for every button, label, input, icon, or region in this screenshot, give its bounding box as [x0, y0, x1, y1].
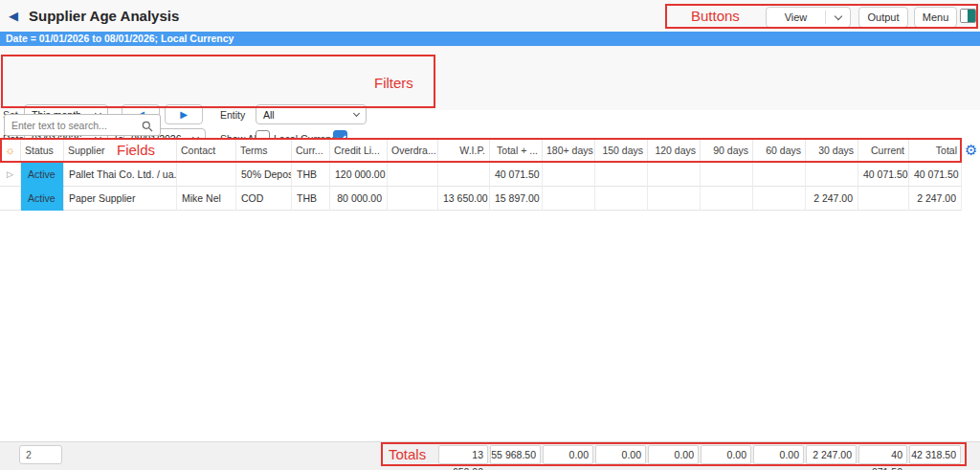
status-badge: Active — [21, 163, 64, 187]
cell-contact — [177, 163, 236, 187]
cell-180-days — [543, 163, 595, 187]
back-icon[interactable]: ◀ — [9, 9, 18, 23]
col-90-days[interactable]: 90 days — [701, 139, 753, 162]
cell-30-days — [806, 163, 858, 187]
entity-label: Entity — [220, 109, 245, 121]
cell-180-days — [543, 187, 595, 211]
col-60-days[interactable]: 60 days — [753, 139, 806, 162]
table-row[interactable]: Active Paper Supplier Mike Nel COD THB 8… — [0, 187, 962, 211]
total-current: 40 071.50 — [858, 445, 907, 464]
cell-total-plus: 15 897.00 — [490, 187, 543, 211]
sun-icon[interactable]: ☼ — [0, 139, 21, 162]
cell-current: 40 071.50 — [858, 163, 909, 187]
cell-30-days: 2 247.00 — [806, 187, 858, 211]
cell-wip: 13 650.00 — [438, 187, 490, 211]
col-180-days[interactable]: 180+ days — [543, 139, 595, 162]
cell-total: 2 247.00 — [909, 187, 962, 211]
cell-credit-limit: 120 000.00 — [330, 163, 388, 187]
cell-wip — [438, 163, 490, 187]
cell-120-days — [648, 163, 701, 187]
total-wip: 13 650.00 — [438, 445, 488, 464]
cell-total: 40 071.50 — [909, 163, 962, 187]
cell-terms: 50% Deposit — [236, 163, 292, 187]
cell-150-days — [595, 163, 648, 187]
view-button-label: View — [767, 8, 825, 27]
cell-terms: COD — [236, 187, 292, 211]
search-input[interactable] — [4, 114, 161, 136]
menu-button[interactable]: Menu — [914, 7, 957, 28]
view-button[interactable]: View — [766, 7, 851, 28]
total-150-days: 0.00 — [595, 445, 646, 464]
col-total[interactable]: Total — [909, 139, 962, 162]
search-icon[interactable] — [142, 119, 153, 136]
entity-dropdown[interactable]: All — [256, 104, 367, 124]
total-120-days: 0.00 — [648, 445, 699, 464]
cell-credit-limit: 80 000.00 — [330, 187, 388, 211]
gear-icon[interactable]: ⚙ — [965, 142, 977, 159]
col-status[interactable]: Status — [21, 139, 64, 162]
col-supplier[interactable]: Supplier — [64, 139, 177, 162]
col-contact[interactable]: Contact — [177, 139, 236, 162]
cell-90-days — [701, 187, 753, 211]
cell-currency: THB — [292, 163, 330, 187]
cell-90-days — [701, 163, 753, 187]
next-period-button[interactable]: ▶ — [165, 104, 203, 124]
cell-120-days — [648, 187, 701, 211]
col-terms[interactable]: Terms — [236, 139, 292, 162]
cell-60-days — [753, 187, 806, 211]
entity-dropdown-value: All — [263, 109, 354, 121]
supplier-age-analysis-screen: ◀ Supplier Age Analysis View Output Menu… — [0, 0, 980, 470]
panel-toggle-icon[interactable] — [960, 9, 976, 23]
col-30-days[interactable]: 30 days — [806, 139, 858, 162]
expand-cell-empty — [0, 187, 21, 211]
total-total: 42 318.50 — [909, 445, 961, 464]
search-box — [4, 114, 161, 136]
col-150-days[interactable]: 150 days — [595, 139, 648, 162]
record-count: 2 — [19, 445, 62, 464]
cell-supplier: Pallet Thai Co. Ltd. / ua... — [64, 163, 177, 187]
title-bar: ◀ Supplier Age Analysis View Output Menu — [0, 0, 980, 32]
col-wip[interactable]: W.I.P. — [438, 139, 490, 162]
page-title: Supplier Age Analysis — [29, 8, 179, 24]
view-dropdown-arrow[interactable] — [826, 8, 850, 27]
status-badge: Active — [21, 187, 64, 211]
output-button[interactable]: Output — [858, 7, 908, 28]
expand-icon[interactable]: ▷ — [0, 163, 21, 187]
total-total-plus: 55 968.50 — [490, 445, 541, 464]
cell-overdraft — [388, 187, 438, 211]
col-currency[interactable]: Curr... — [292, 139, 330, 162]
col-credit-limit[interactable]: Credit Li... — [330, 139, 388, 162]
filters-panel: Set This month ◀ ▶ Entity All Date 01/01… — [0, 46, 980, 110]
cell-overdraft — [388, 163, 438, 187]
total-60-days: 0.00 — [753, 445, 804, 464]
cell-60-days — [753, 163, 806, 187]
cell-supplier: Paper Supplier — [64, 187, 177, 211]
total-90-days: 0.00 — [701, 445, 751, 464]
cell-contact: Mike Nel — [177, 187, 236, 211]
col-current[interactable]: Current — [858, 139, 909, 162]
cell-current — [858, 187, 909, 211]
col-120-days[interactable]: 120 days — [648, 139, 701, 162]
panel-toggle-left — [961, 10, 968, 22]
cell-currency: THB — [292, 187, 330, 211]
total-30-days: 2 247.00 — [806, 445, 857, 464]
total-180-days: 0.00 — [543, 445, 593, 464]
table-row[interactable]: ▷ Active Pallet Thai Co. Ltd. / ua... 50… — [0, 163, 962, 187]
col-total-plus[interactable]: Total + ... — [490, 139, 543, 162]
cell-150-days — [595, 187, 648, 211]
chevron-down-icon — [834, 11, 841, 19]
date-summary-bar: Date = 01/01/2026 to 08/01/2026; Local C… — [0, 32, 980, 46]
cell-total-plus: 40 071.50 — [490, 163, 543, 187]
panel-toggle-right — [968, 10, 975, 22]
chevron-down-icon — [353, 110, 360, 117]
col-overdraft[interactable]: Overdra... — [388, 139, 438, 162]
table-header-row: ☼ Status Supplier Contact Terms Curr... … — [0, 139, 962, 163]
